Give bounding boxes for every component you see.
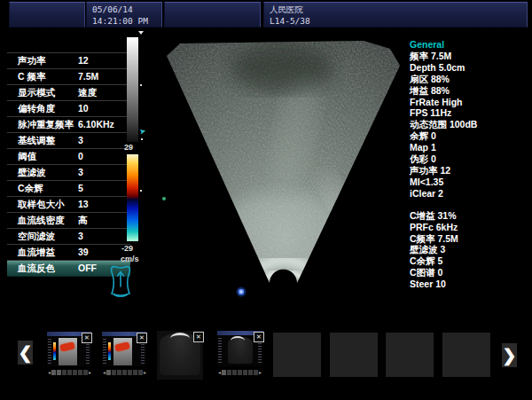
param-value: 3 [78,165,83,180]
param-label: C 频率 [18,69,46,84]
info-line: 声功率 12 [410,165,530,176]
thumbnail-slot-empty [442,333,490,377]
param-value: 5 [78,181,83,196]
param-row-threshold[interactable]: 阈值 0 [7,149,130,165]
param-value: 3 [78,229,83,244]
thumbnail-text-column [218,338,222,363]
info-line: Steer 10 [410,278,530,290]
param-value: 12 [78,53,89,68]
ministrip-prev-icon: ◂ [48,369,51,376]
velocity-max-label: 29 [124,143,133,152]
ministrip-next-icon: ▸ [144,369,146,376]
thumbnail-slot-empty [386,333,434,377]
header-box-empty-1 [9,2,85,27]
param-value: 7.5M [78,69,98,84]
param-label: 阈值 [18,149,36,164]
param-value: 高 [78,213,88,228]
param-label: 声功率 [18,53,46,68]
thumbnail-probe-arc [170,333,190,344]
info-line: FrRate High [410,97,530,108]
preset-label: General [410,39,530,51]
param-row-wall-filter[interactable]: 壁滤波 3 [7,165,130,181]
param-row-line-density[interactable]: 血流线密度 高 [7,213,130,229]
info-line: 伪彩 0 [410,153,530,165]
prev-thumbnails-button[interactable]: ❮ [18,341,33,365]
param-row-steer-angle[interactable]: 偏转角度 10 [7,101,130,117]
info-line: C频率 7.5M [410,233,530,245]
header-time: 14:21:00 PM [92,15,156,27]
thumbnail-slot-empty [330,333,378,377]
param-row-c-frequency[interactable]: C 频率 7.5M [7,69,130,85]
close-icon[interactable]: ✕ [82,333,92,343]
info-line: C余辉 5 [410,255,530,267]
param-value: 速度 [78,85,97,100]
param-value: 39 [78,245,89,260]
param-label: 血流反色 [18,261,55,276]
param-value: 0 [78,149,83,164]
param-label: 壁滤波 [18,165,46,180]
param-row-prf[interactable]: 脉冲重复频率 6.10KHz [7,117,130,133]
body-marker-icon[interactable] [106,263,136,303]
close-icon[interactable]: ✕ [193,332,204,342]
param-row-baseline[interactable]: 基线调整 3 [7,133,130,149]
header-date: 05/06/14 [92,4,156,15]
param-row-display-mode[interactable]: 显示模式 速度 [7,85,130,101]
thumbnail-ministrip: ◂ ▸ [48,369,91,376]
velocity-min-label: -29 [121,244,133,253]
cursor-dot [237,287,246,297]
thumbnail-1[interactable]: ✕ [47,332,91,366]
info-line: iClear 2 [410,188,530,200]
info-line: MI<1.35 [410,176,530,188]
thumbnail-probe-arc [231,336,245,345]
thumbnail-2[interactable]: ✕ [102,332,146,366]
color-velocity-bar [127,154,138,241]
thumbnail-colorbar [53,342,56,360]
info-line: 扇区 88% [410,74,530,85]
param-label: 基线调整 [18,133,55,148]
info-line: Map 1 [410,142,530,153]
thumbnail-text-column [103,339,106,364]
thumbnail-4[interactable]: ✕ [217,331,263,366]
param-value: 13 [78,197,89,212]
close-icon[interactable]: ✕ [137,333,147,343]
thumbnail-3[interactable]: ✕ [157,331,203,380]
param-value: 6.10KHz [78,117,114,132]
scale-tick-dot [141,138,143,140]
scale-tick-dot [140,84,142,86]
param-label: 脉冲重复频率 [18,117,74,132]
info-line: 壁滤波 3 [410,244,530,255]
info-line: FPS 11Hz [410,107,530,119]
parameter-menu: 声功率 12 C 频率 7.5M 显示模式 速度 偏转角度 10 脉冲重复频率 … [7,52,130,277]
info-line: 动态范围 100dB [410,119,530,130]
param-label: 血流线密度 [18,213,65,228]
info-line: PRFc 6kHz [410,222,530,233]
param-row-spatial-filter[interactable]: 空间滤波 3 [7,229,130,245]
param-label: 取样包大小 [18,197,65,212]
thumbnail-text-column [48,339,51,364]
param-row-acoustic-power[interactable]: 声功率 12 [7,52,130,69]
param-label: C余辉 [18,181,43,196]
gain-marker-triangle-icon [138,31,144,35]
param-row-color-gain[interactable]: 血流增益 39 [7,245,130,261]
param-label: 空间滤波 [18,229,55,244]
param-row-packet-size[interactable]: 取样包大小 13 [7,197,130,213]
ultrasound-image[interactable] [162,22,405,302]
param-value: 3 [78,133,83,148]
grayscale-bar [127,37,138,142]
ministrip-next-icon: ▸ [259,369,262,376]
focus-marker-dot [162,197,166,200]
tgc-cursor-icon[interactable]: ➤ [138,126,146,136]
header-datetime: 05/06/14 14:21:00 PM [86,2,162,27]
thumbnail-slot-empty [273,333,321,377]
param-label: 偏转角度 [18,101,55,116]
info-line: 余辉 0 [410,130,530,142]
param-label: 显示模式 [18,85,55,100]
info-line: Depth 5.0cm [410,62,530,74]
next-thumbnails-button[interactable]: ❯ [502,343,517,367]
info-line: C图谱 0 [410,267,530,278]
ministrip-prev-icon: ◂ [218,369,221,376]
close-icon[interactable]: ✕ [254,332,264,342]
thumbnail-colorbar [108,342,111,360]
param-value: 10 [78,101,89,116]
param-row-c-persistence[interactable]: C余辉 5 [7,181,130,197]
